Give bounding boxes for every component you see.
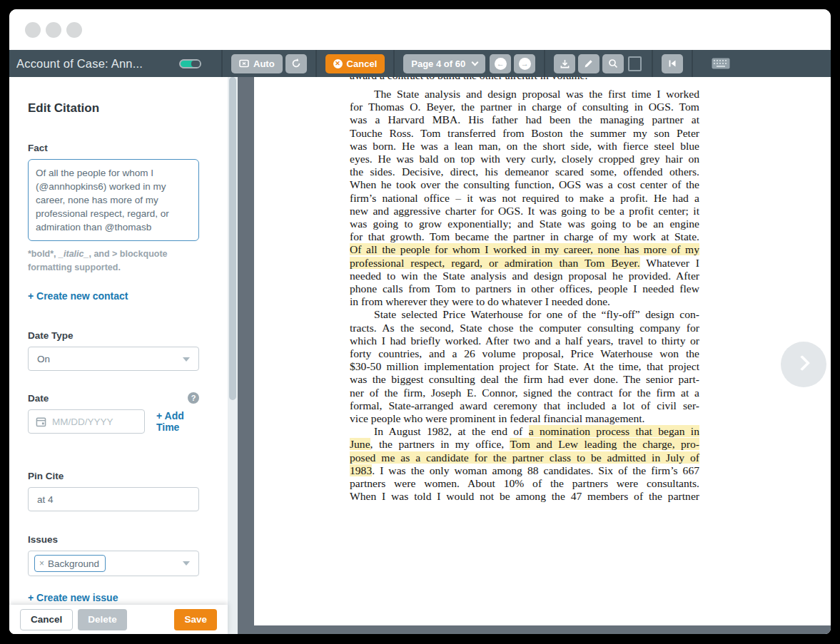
edit-citation-sidebar: Edit Citation Fact Of all the people for… — [9, 77, 238, 634]
document-line: for that growth. Tom became the partner … — [350, 230, 699, 243]
clipped-line-text: award a contract to build the other airc… — [350, 77, 699, 82]
document-text: eyes. He was bald on top with very curly… — [350, 153, 699, 165]
document-text: Touche Ross. Tom transferred from Boston… — [350, 127, 699, 139]
cancel-mode-button[interactable]: ✕ Cancel — [325, 54, 385, 73]
toolbar-separator — [315, 50, 317, 77]
document-line: tracts. As the second, State chose the c… — [350, 322, 699, 334]
page-select-dropdown[interactable]: Page 4 of 60 — [403, 54, 485, 73]
document-text: . I was the only woman among 88 candidat… — [372, 464, 699, 476]
arrow-right-circle-icon: → — [519, 58, 531, 70]
window-zoom-button[interactable] — [66, 22, 82, 38]
document-text: tracts. As the second, State chose the c… — [350, 322, 699, 334]
document-line: ner of the firm, Joseph E. Connor, signe… — [350, 387, 699, 399]
pencil-icon — [584, 58, 594, 68]
toolbar-separator — [221, 50, 223, 77]
save-button[interactable]: Save — [174, 609, 217, 630]
citation-highlight[interactable]: June — [350, 438, 370, 450]
document-text: new and aggressive charter for OGS. It w… — [350, 205, 699, 217]
calendar-icon — [36, 416, 46, 427]
help-icon[interactable]: ? — [188, 392, 199, 404]
document-text: The State analysis and design proposal w… — [374, 88, 699, 100]
document-line: The State analysis and design proposal w… — [350, 88, 699, 101]
document-line: When I was told I would not be among the… — [350, 490, 699, 503]
download-button[interactable] — [554, 54, 575, 73]
document-line: phone calls from Tom to partners in othe… — [350, 282, 699, 295]
document-text: phone calls from Tom to partners in othe… — [350, 282, 699, 295]
citation-highlight[interactable]: a nomination process that began in — [529, 425, 699, 437]
sidebar-form: Edit Citation Fact Of all the people for… — [9, 77, 228, 634]
document-line: Touche Ross. Tom transferred from Boston… — [350, 127, 699, 140]
sidebar-heading: Edit Citation — [28, 101, 208, 116]
document-line: was the biggest consulting deal the firm… — [350, 373, 699, 386]
hint-segment: _italic_ — [59, 249, 88, 259]
sidebar-footer: Cancel Delete Save — [9, 605, 228, 634]
document-line: for Thomas O. Beyer, the partner in char… — [350, 101, 699, 113]
selection-box-icon[interactable] — [628, 56, 642, 71]
caret-down-icon — [183, 357, 190, 362]
document-text: in from wherever they were to do whateve… — [350, 295, 610, 307]
document-line: partners were women. About 10% of the pa… — [350, 477, 699, 490]
refresh-button[interactable] — [285, 54, 307, 73]
create-new-issue-link[interactable]: + Create new issue — [28, 592, 208, 603]
document-line: needed to win the State analysis and des… — [350, 270, 699, 282]
document-text-column: award a contract to build the other airc… — [350, 77, 699, 504]
document-text: firm’s national office – it was not requ… — [350, 192, 699, 204]
issues-multiselect[interactable]: ×Background — [28, 551, 199, 576]
next-page-button[interactable]: → — [514, 54, 535, 73]
document-line: eyes. He was bald on top with very curly… — [350, 153, 699, 165]
pin-cite-input[interactable]: at 4 — [28, 487, 199, 511]
document-line: $30-50 million implementation project fo… — [350, 360, 699, 373]
document-line: Of all the people for whom I worked in m… — [350, 243, 699, 256]
document-line: June, the partners in my office, Tom and… — [350, 438, 699, 451]
document-text: for Thomas O. Beyer, the partner in char… — [350, 101, 699, 113]
next-page-overlay-button[interactable] — [781, 342, 826, 387]
citation-highlight[interactable]: posed me as a candidate for the partner … — [350, 451, 699, 464]
date-input[interactable]: MM/DD/YYYY — [28, 409, 145, 434]
citation-highlight[interactable]: professional respect, regard, or admirat… — [350, 257, 640, 269]
document-viewer: award a contract to build the other airc… — [238, 77, 831, 634]
window-close-button[interactable] — [25, 22, 41, 38]
citation-highlight[interactable]: 1983 — [350, 464, 372, 476]
document-text: was going to grow exponentially; and Sta… — [350, 218, 699, 230]
document-line: posed me as a candidate for the partner … — [350, 451, 699, 464]
sidebar-scrollbar[interactable] — [228, 77, 238, 634]
clipped-top-line: award a contract to build the other airc… — [350, 77, 699, 83]
document-text: $30-50 million implementation project fo… — [350, 360, 699, 372]
search-button[interactable] — [602, 54, 624, 73]
issues-label: Issues — [28, 534, 208, 545]
document-line: forty countries, and a 26 volume proposa… — [350, 347, 699, 360]
document-text: was the biggest consulting deal the firm… — [350, 373, 699, 385]
cancel-circle-x-icon: ✕ — [333, 59, 343, 68]
window-minimize-button[interactable] — [46, 22, 61, 38]
fact-textarea[interactable]: Of all the people for whom I (@annhopkin… — [28, 159, 199, 241]
document-line: in from wherever they were to do whateve… — [350, 295, 699, 308]
keyboard-shortcuts-button[interactable] — [712, 58, 730, 69]
add-time-link[interactable]: + Add Time — [156, 410, 208, 433]
auto-button[interactable]: Auto — [231, 54, 283, 73]
document-text: When I was told I would not be among the… — [350, 490, 699, 502]
chevron-down-icon — [472, 58, 479, 66]
citation-highlight[interactable]: Of all the people for whom I worked in m… — [350, 243, 699, 255]
app-window: Account of Case: Ann... Auto ✕ Cancel Pa… — [9, 9, 831, 634]
delete-button[interactable]: Delete — [78, 609, 127, 630]
refresh-icon — [291, 58, 301, 68]
document-text: When he took over the consulting functio… — [350, 178, 699, 190]
toggle-switch[interactable] — [179, 59, 201, 68]
pin-cite-label: Pin Cite — [28, 471, 208, 481]
annotate-button[interactable] — [578, 54, 599, 73]
cancel-button[interactable]: Cancel — [20, 609, 73, 630]
window-titlebar — [9, 9, 831, 50]
document-line: the sides. Decisive, direct, his demeano… — [350, 165, 699, 178]
caret-down-icon — [183, 561, 190, 566]
sidebar-scrollbar-thumb[interactable] — [229, 77, 236, 400]
page-indicator: Page 4 of 60 — [411, 58, 465, 69]
document-text: formal, State-arranged award ceremony th… — [350, 399, 699, 412]
previous-page-button[interactable]: ← — [490, 54, 511, 73]
document-text: the sides. Decisive, direct, his demeano… — [350, 165, 699, 178]
create-new-contact-link[interactable]: + Create new contact — [28, 290, 208, 302]
remove-tag-icon[interactable]: × — [39, 558, 44, 568]
date-type-select[interactable]: On — [28, 347, 199, 371]
skip-to-start-button[interactable] — [662, 54, 683, 73]
citation-highlight[interactable]: Tom and Lew leading the charge, pro- — [510, 438, 699, 450]
document-text: State selected Price Waterhouse for one … — [374, 308, 699, 320]
